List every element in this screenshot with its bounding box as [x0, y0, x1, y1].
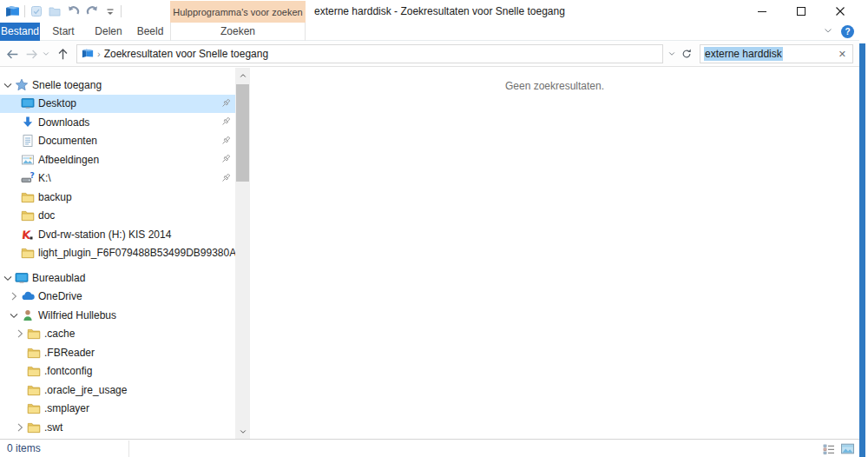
view-buttons	[820, 440, 856, 457]
tree-item-label: backup	[38, 191, 235, 203]
chevron-icon[interactable]	[7, 116, 21, 129]
tree-item-label: .oracle_jre_usage	[44, 384, 235, 396]
item-icon	[21, 134, 35, 148]
item-icon	[21, 116, 35, 129]
properties-icon[interactable]	[30, 4, 43, 18]
scroll-up-icon[interactable]	[235, 68, 250, 83]
status-separator	[128, 440, 129, 457]
redo-icon[interactable]	[85, 3, 100, 18]
pin-icon	[220, 97, 232, 109]
forward-button[interactable]	[23, 44, 40, 63]
item-icon	[15, 271, 29, 285]
chevron-icon[interactable]	[1, 271, 15, 285]
item-icon	[21, 96, 35, 110]
clear-search-icon[interactable]: ✕	[836, 49, 849, 60]
details-view-icon[interactable]	[820, 440, 837, 457]
item-icon	[15, 78, 29, 92]
item-icon	[21, 153, 35, 167]
chevron-icon[interactable]	[7, 308, 21, 322]
tree-item[interactable]: Bureaublad	[0, 268, 235, 288]
tree-item[interactable]: Snelle toegang	[0, 76, 235, 95]
help-icon[interactable]: ?	[841, 25, 854, 38]
tree-item[interactable]: light_plugin_F6F079488B53499DB99380A7E11…	[0, 244, 235, 263]
chevron-icon[interactable]	[13, 364, 27, 378]
tree-item-label: .swt	[44, 421, 235, 434]
tree-item[interactable]: .smplayer	[0, 400, 235, 419]
tab-zoeken[interactable]: Zoeken	[170, 23, 306, 41]
ribbon-right-controls: ?	[823, 23, 854, 41]
toolbar-separator	[121, 5, 122, 17]
tree-item[interactable]: Documenten	[0, 132, 235, 151]
chevron-icon[interactable]	[7, 228, 21, 242]
chevron-icon[interactable]	[7, 134, 21, 148]
customize-toolbar-icon[interactable]	[104, 5, 116, 17]
close-button[interactable]	[820, 0, 859, 23]
tree-item[interactable]: .swt	[0, 418, 235, 437]
tab-delen[interactable]: Delen	[87, 23, 130, 41]
tree-item[interactable]: doc	[0, 207, 235, 226]
chevron-icon[interactable]	[7, 209, 21, 222]
chevron-icon[interactable]	[7, 246, 21, 260]
quick-access-toolbar	[5, 3, 122, 18]
sidebar-scrollbar[interactable]	[235, 68, 250, 439]
item-icon	[27, 327, 41, 341]
tree-item[interactable]: K Dvd-rw-station (H:) KIS 2014	[0, 225, 235, 244]
recent-locations-icon[interactable]	[40, 44, 52, 63]
chevron-icon[interactable]	[7, 171, 21, 185]
tab-start[interactable]: Start	[40, 23, 87, 41]
undo-icon[interactable]	[66, 3, 81, 18]
address-dropdown-icon[interactable]	[665, 44, 678, 63]
maximize-button[interactable]	[781, 0, 820, 23]
tree-item[interactable]: Desktop	[0, 95, 235, 114]
breadcrumb[interactable]: Zoekresultaten voor Snelle toegang	[104, 48, 268, 60]
item-icon	[21, 289, 35, 303]
tree-item[interactable]: Afbeeldingen	[0, 150, 235, 169]
scroll-down-icon[interactable]	[235, 424, 250, 439]
thumbnails-view-icon[interactable]	[839, 440, 856, 457]
chevron-icon[interactable]	[13, 401, 27, 415]
tree-item-label: Afbeeldingen	[38, 154, 235, 166]
tree-item-label: .FBReader	[44, 347, 235, 359]
minimize-ribbon-icon[interactable]	[823, 25, 833, 38]
address-folder-icon[interactable]	[82, 47, 94, 62]
new-folder-icon[interactable]	[48, 4, 62, 18]
chevron-icon[interactable]	[13, 421, 27, 434]
breadcrumb-chevron-icon[interactable]: ›	[97, 49, 101, 59]
tree-item[interactable]: Wilfried Hullebus	[0, 306, 235, 325]
item-icon	[21, 308, 35, 322]
tree-item-label: .smplayer	[44, 402, 235, 414]
tab-bestand[interactable]: Bestand	[0, 23, 40, 41]
chevron-icon[interactable]	[7, 289, 21, 303]
tree-item[interactable]: .oracle_jre_usage	[0, 381, 235, 400]
tree-item[interactable]: .cache	[0, 325, 235, 344]
chevron-icon[interactable]	[13, 346, 27, 360]
chevron-icon[interactable]	[7, 153, 21, 167]
chevron-icon[interactable]	[7, 96, 21, 110]
tree-item[interactable]: Downloads	[0, 113, 235, 132]
minimize-button[interactable]	[742, 0, 781, 23]
explorer-app-icon[interactable]	[5, 3, 20, 18]
chevron-icon[interactable]	[13, 327, 27, 341]
chevron-icon[interactable]	[13, 383, 27, 397]
tree-item-label: Wilfried Hullebus	[38, 309, 235, 321]
tree-item[interactable]: backup	[0, 188, 235, 207]
navigation-pane: Snelle toegang Desktop Downloads Documen…	[0, 68, 235, 439]
chevron-icon[interactable]	[7, 190, 21, 204]
tree-item[interactable]: .fontconfig	[0, 362, 235, 381]
refresh-icon[interactable]	[679, 44, 694, 63]
search-input[interactable]: externe harddisk ✕	[700, 44, 853, 63]
tree-item-label: .fontconfig	[44, 365, 235, 377]
item-icon	[27, 364, 41, 378]
tree-item-label: Snelle toegang	[32, 79, 235, 91]
tree-item[interactable]: OneDrive	[0, 288, 235, 307]
tree-item-label: light_plugin_F6F079488B53499DB99380A7E11…	[38, 247, 235, 259]
back-button[interactable]	[3, 44, 21, 63]
chevron-icon[interactable]	[1, 78, 15, 92]
tree-item[interactable]: ? K:\	[0, 169, 235, 189]
scrollbar-thumb[interactable]	[236, 84, 249, 182]
tab-beeld[interactable]: Beeld	[130, 23, 170, 41]
up-button[interactable]	[54, 44, 71, 63]
tree-item[interactable]: .FBReader	[0, 343, 235, 362]
svg-text:K: K	[21, 228, 32, 242]
address-bar[interactable]: › Zoekresultaten voor Snelle toegang	[76, 44, 663, 63]
